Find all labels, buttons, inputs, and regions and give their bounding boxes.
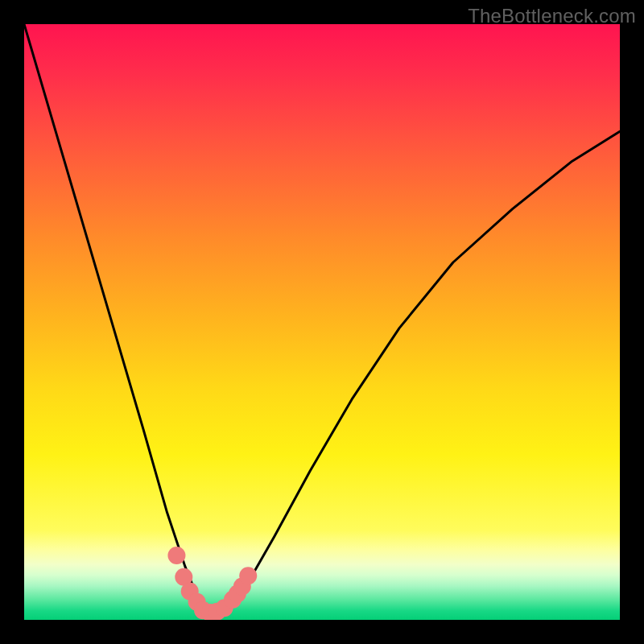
highlight-dot — [167, 547, 185, 564]
curve-svg — [24, 24, 620, 620]
highlight-dots-right — [224, 567, 257, 609]
plot-area — [24, 24, 620, 620]
bottleneck-curve — [24, 24, 620, 614]
chart-frame: TheBottleneck.com — [0, 0, 644, 644]
highlight-dot — [239, 567, 257, 584]
highlight-dots-left — [167, 547, 205, 611]
